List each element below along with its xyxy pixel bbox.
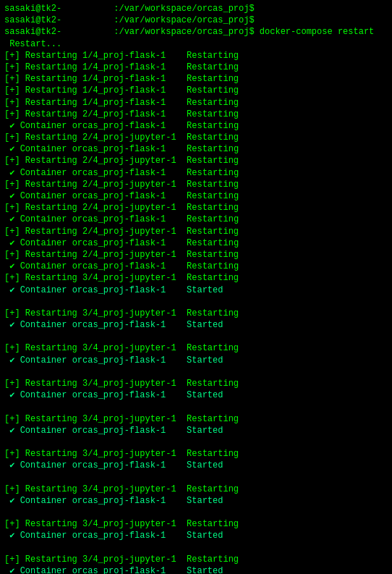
output-line: [+] Restarting 2/4_proj-jupyter-1 Restar… [4,179,388,190]
output-line: [+] Restarting 3/4_proj-jupyter-1 Restar… [4,448,388,460]
started-line: ✔ Container orcas_proj-flask-1 Started [4,495,388,507]
blank-line [4,436,388,448]
started-line: ✔ Container orcas_proj-flask-1 Started [4,425,388,436]
blank-line [4,331,388,342]
output-line: ✔ Container orcas_proj-flask-1 Restartin… [4,167,388,179]
output-line: ✔ Container orcas_proj-flask-1 Restartin… [4,261,388,272]
started-line: ✔ Container orcas_proj-flask-1 Started [4,530,388,541]
started-line: ✔ Container orcas_proj-flask-1 Started [4,284,388,296]
output-line: [+] Restarting 3/4_proj-jupyter-1 Restar… [4,378,388,389]
output-line: [+] Restarting 2/4_proj-jupyter-1 Restar… [4,155,388,166]
prompt-line-2: sasaki@tk2- :/var/workspace/orcas_proj$ [4,14,388,26]
output-line: [+] Restarting 1/4_proj-flask-1 Restarti… [4,50,388,62]
output-line: ✔ Container orcas_proj-flask-1 Restartin… [4,190,388,202]
blank-line [4,401,388,413]
output-line: [+] Restarting 2/4_proj-jupyter-1 Restar… [4,202,388,214]
output-line: ✔ Container orcas_proj-flask-1 Restartin… [4,120,388,132]
prompt-text: sasaki@tk2- :/var/workspace/orcas_proj$ [4,3,255,14]
blank-line [4,472,388,484]
output-line: [+] Restarting 3/4_proj-jupyter-1 Restar… [4,308,388,319]
output-line: [+] Restarting 2/4_proj-jupyter-1 Restar… [4,249,388,261]
command-line: sasaki@tk2- :/var/workspace/orcas_proj$ … [4,26,388,38]
output-line: [+] Restarting 3/4_proj-jupyter-1 Restar… [4,554,388,565]
prompt-text: sasaki@tk2- :/var/workspace/orcas_proj$ [4,14,255,26]
blank-line [4,507,388,518]
prompt-text: sasaki@tk2- :/var/workspace/orcas_proj$ … [4,26,374,38]
blank-line [4,542,388,554]
output-line: ✔ Container orcas_proj-flask-1 Restartin… [4,214,388,225]
output-line: [+] Restarting 3/4_proj-jupyter-1 Restar… [4,518,388,530]
restart-init: Restart... [4,38,388,50]
blank-line [4,296,388,308]
output-line: [+] Restarting 3/4_proj-jupyter-1 Restar… [4,342,388,354]
output-line: [+] Restarting 3/4_proj-jupyter-1 Restar… [4,484,388,495]
started-line: ✔ Container orcas_proj-flask-1 Started [4,319,388,331]
started-line: ✔ Container orcas_proj-flask-1 Started [4,389,388,401]
output-line: [+] Restarting 1/4_proj-flask-1 Restarti… [4,85,388,96]
output-line: ✔ Container orcas_proj-flask-1 Restartin… [4,237,388,249]
output-line: [+] Restarting 1/4_proj-flask-1 Restarti… [4,62,388,73]
restart-init-text: Restart... [4,38,61,50]
output-line: ✔ Container orcas_proj-flask-1 Restartin… [4,143,388,155]
prompt-line-1: sasaki@tk2- :/var/workspace/orcas_proj$ [4,3,388,14]
started-line: ✔ Container orcas_proj-flask-1 Started [4,460,388,471]
output-line: [+] Restarting 2/4_proj-jupyter-1 Restar… [4,226,388,237]
terminal: sasaki@tk2- :/var/workspace/orcas_proj$ … [4,3,388,574]
output-line: [+] Restarting 1/4_proj-flask-1 Restarti… [4,97,388,109]
output-line: [+] Restarting 3/4_proj-jupyter-1 Restar… [4,272,388,284]
output-line: [+] Restarting 3/4_proj-jupyter-1 Restar… [4,413,388,425]
output-line: [+] Restarting 2/4_proj-jupyter-1 Restar… [4,132,388,143]
started-line: ✔ Container orcas_proj-flask-1 Started [4,355,388,366]
started-line: ✔ Container orcas_proj-flask-1 Started [4,565,388,574]
output-line: [+] Restarting 1/4_proj-flask-1 Restarti… [4,73,388,85]
output-line: [+] Restarting 2/4_proj-flask-1 Restarti… [4,109,388,120]
blank-line [4,366,388,378]
